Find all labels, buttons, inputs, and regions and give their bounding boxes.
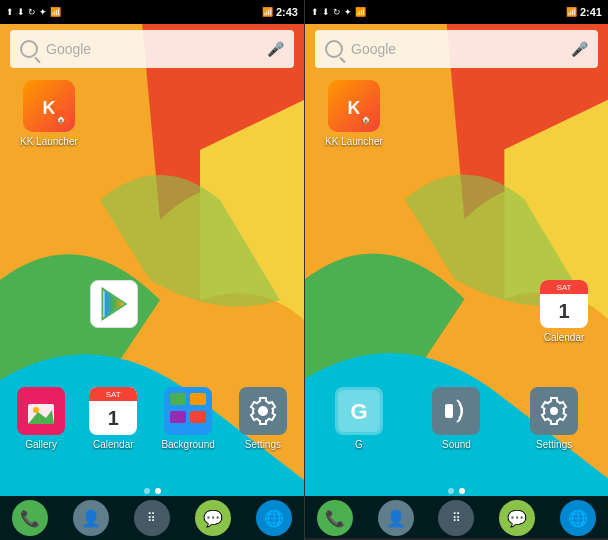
usb-icon: ⬆ — [6, 7, 14, 17]
play-store-left[interactable] — [90, 280, 138, 328]
usb-icon-r: ⬆ — [311, 7, 319, 17]
svg-rect-14 — [170, 411, 186, 423]
left-screen: ⬆ ⬇ ↻ ✦ 📶 📶 2:43 Google 🎤 — [0, 0, 304, 540]
kk-icon-left: K 🏠 — [23, 80, 75, 132]
page-dots-right — [305, 488, 608, 494]
settings-label-left: Settings — [245, 439, 281, 450]
google-folder-icon: G — [335, 387, 383, 435]
status-right: 📶 2:43 — [262, 6, 298, 18]
kk-icon-right: K 🏠 — [328, 80, 380, 132]
bottom-apps-right: G G Sound Setting — [305, 387, 608, 450]
browser-nav-right[interactable]: 🌐 — [560, 500, 596, 536]
download-icon-r: ⬇ — [322, 7, 330, 17]
search-placeholder-left: Google — [46, 41, 267, 57]
svg-point-16 — [259, 407, 267, 415]
right-screen: ⬆ ⬇ ↻ ✦ 📶 📶 2:41 Google 🎤 — [304, 0, 608, 540]
calendar-app-left[interactable]: SAT 1 Calendar — [89, 387, 137, 450]
status-bar-left: ⬆ ⬇ ↻ ✦ 📶 📶 2:43 — [0, 0, 304, 24]
svg-rect-13 — [190, 393, 206, 405]
signal-icon-r: 📶 — [355, 7, 366, 17]
sms-nav-left[interactable]: 💬 — [195, 500, 231, 536]
nav-bar-right: 📞 👤 ⠿ 💬 🌐 — [305, 496, 608, 540]
settings-label-right: Settings — [536, 439, 572, 450]
bt-icon-r: ✦ — [344, 7, 352, 17]
kk-label-left: KK Launcher — [20, 136, 78, 147]
dot-1-right — [448, 488, 454, 494]
svg-text:K: K — [347, 98, 360, 118]
sound-app[interactable]: Sound — [432, 387, 480, 450]
background-label: Background — [161, 439, 214, 450]
calendar-label-left: Calendar — [93, 439, 134, 450]
status-icons-left: ⬆ ⬇ ↻ ✦ 📶 — [6, 7, 61, 17]
contacts-nav-right[interactable]: 👤 — [378, 500, 414, 536]
google-folder-app[interactable]: G G — [335, 387, 383, 450]
google-folder-label: G — [355, 439, 363, 450]
kk-launcher-left[interactable]: K 🏠 KK Launcher — [20, 80, 78, 147]
calendar-label-right: Calendar — [544, 332, 585, 343]
gallery-app[interactable]: Gallery — [17, 387, 65, 450]
svg-rect-12 — [170, 393, 186, 405]
svg-text:G: G — [350, 399, 367, 424]
play-store-icon-left — [90, 280, 138, 328]
download-icon: ⬇ — [17, 7, 25, 17]
browser-nav-left[interactable]: 🌐 — [256, 500, 292, 536]
calendar-icon-left: SAT 1 — [89, 387, 137, 435]
bt-icon: ✦ — [39, 7, 47, 17]
status-icons-right: ⬆ ⬇ ↻ ✦ 📶 — [311, 7, 366, 17]
signal-icon: 📶 — [50, 7, 61, 17]
svg-rect-47 — [445, 404, 453, 418]
apps-nav-right[interactable]: ⠿ — [438, 500, 474, 536]
nav-bar-left: 📞 👤 ⠿ 💬 🌐 — [0, 496, 304, 540]
gallery-label: Gallery — [25, 439, 57, 450]
status-time-left: 2:43 — [276, 6, 298, 18]
dot-2-left — [155, 488, 161, 494]
search-icon-left — [20, 40, 38, 58]
sms-nav-right[interactable]: 💬 — [499, 500, 535, 536]
settings-icon-right — [530, 387, 578, 435]
apps-nav-left[interactable]: ⠿ — [134, 500, 170, 536]
dot-2-right — [459, 488, 465, 494]
svg-text:K: K — [42, 98, 55, 118]
svg-text:🏠: 🏠 — [56, 114, 66, 124]
mic-icon-right[interactable]: 🎤 — [571, 41, 588, 57]
svg-text:🏠: 🏠 — [361, 114, 371, 124]
search-placeholder-right: Google — [351, 41, 571, 57]
wifi-icon-r: 📶 — [566, 7, 577, 17]
bottom-apps-left: Gallery SAT 1 Calendar — [0, 387, 304, 450]
status-bar-right: ⬆ ⬇ ↻ ✦ 📶 📶 2:41 — [305, 0, 608, 24]
wifi-icon: 📶 — [262, 7, 273, 17]
search-bar-left[interactable]: Google 🎤 — [10, 30, 294, 68]
mic-icon-left[interactable]: 🎤 — [267, 41, 284, 57]
page-dots-left — [0, 488, 304, 494]
calendar-app-right[interactable]: SAT 1 Calendar — [540, 280, 588, 343]
background-icon — [164, 387, 212, 435]
kk-launcher-right[interactable]: K 🏠 KK Launcher — [325, 80, 383, 147]
settings-icon-left — [239, 387, 287, 435]
settings-app-left[interactable]: Settings — [239, 387, 287, 450]
contacts-nav-left[interactable]: 👤 — [73, 500, 109, 536]
phone-nav-right[interactable]: 📞 — [317, 500, 353, 536]
sound-icon — [432, 387, 480, 435]
status-right-r: 📶 2:41 — [566, 6, 602, 18]
svg-point-48 — [550, 407, 558, 415]
sound-label: Sound — [442, 439, 471, 450]
search-icon-right — [325, 40, 343, 58]
sync-icon: ↻ — [28, 7, 36, 17]
background-app[interactable]: Background — [161, 387, 214, 450]
dot-1-left — [144, 488, 150, 494]
calendar-icon-right: SAT 1 — [540, 280, 588, 328]
search-bar-right[interactable]: Google 🎤 — [315, 30, 598, 68]
kk-label-right: KK Launcher — [325, 136, 383, 147]
settings-app-right[interactable]: Settings — [530, 387, 578, 450]
gallery-icon — [17, 387, 65, 435]
svg-rect-15 — [190, 411, 206, 423]
phone-nav-left[interactable]: 📞 — [12, 500, 48, 536]
status-time-right: 2:41 — [580, 6, 602, 18]
sync-icon-r: ↻ — [333, 7, 341, 17]
